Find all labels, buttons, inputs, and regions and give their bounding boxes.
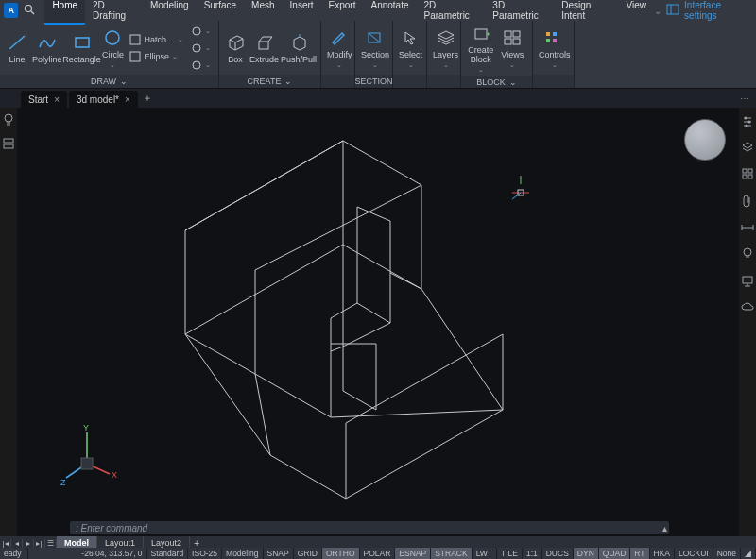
status-standard[interactable]: Standard xyxy=(147,548,189,559)
svg-rect-40 xyxy=(743,175,747,178)
panel-title-draw: DRAW xyxy=(91,76,116,86)
polyline-tool[interactable]: Polyline xyxy=(32,32,62,64)
svg-rect-39 xyxy=(748,169,752,173)
hatch-tool[interactable]: Hatch…⌄ xyxy=(128,32,185,47)
status-grid[interactable]: GRID xyxy=(294,548,322,559)
extrude-tool[interactable]: Extrude xyxy=(249,32,279,64)
close-tab-icon[interactable]: × xyxy=(54,94,60,105)
status-11[interactable]: 1:1 xyxy=(523,548,542,559)
status-ortho[interactable]: ORTHO xyxy=(322,548,360,559)
select-tool[interactable]: Select⌄ xyxy=(399,27,422,69)
panel-title-block: BLOCK xyxy=(476,77,506,87)
add-tab-button[interactable]: ＋ xyxy=(140,92,155,105)
settings-sliders-icon[interactable] xyxy=(742,115,753,128)
command-line-input[interactable]: : Enter command ▴ xyxy=(70,521,669,534)
panel-stack-icon[interactable] xyxy=(3,138,14,151)
dimension-icon[interactable] xyxy=(741,223,754,234)
point-tool[interactable]: ⌄ xyxy=(189,58,213,73)
status-iso25[interactable]: ISO-25 xyxy=(188,548,222,559)
status-lwt[interactable]: LWT xyxy=(472,548,497,559)
svg-rect-19 xyxy=(505,31,511,37)
layout-last-button[interactable]: ▸| xyxy=(34,539,45,548)
menu-view[interactable]: View xyxy=(619,0,655,25)
viewport[interactable]: X Y Z : Enter command ▴ xyxy=(17,108,739,538)
status-bar: eady -26.04, 313.57, 0 StandardISO-25Mod… xyxy=(0,548,756,559)
search-icon[interactable] xyxy=(24,4,35,17)
status-esnap[interactable]: ESNAP xyxy=(395,548,431,559)
tab-overflow-button[interactable]: ⋯ xyxy=(740,93,750,104)
svg-rect-12 xyxy=(259,42,268,49)
svg-rect-25 xyxy=(546,39,550,42)
views-tool[interactable]: Views⌄ xyxy=(499,27,527,69)
status-tile[interactable]: TILE xyxy=(497,548,523,559)
status-ducs[interactable]: DUCS xyxy=(542,548,574,559)
status-ready: eady xyxy=(0,548,28,559)
status-lockui[interactable]: LOCKUI xyxy=(675,548,713,559)
circle-tool[interactable]: Circle⌄ xyxy=(102,27,125,69)
create-block-tool[interactable]: CreateBlock⌄ xyxy=(467,23,495,74)
arc-tool[interactable]: ⌄ xyxy=(189,24,213,39)
chevron-down-icon[interactable]: ⌄ xyxy=(284,76,292,86)
svg-point-0 xyxy=(26,6,32,12)
status-strack[interactable]: STRACK xyxy=(431,548,472,559)
spline-tool[interactable]: ⌄ xyxy=(189,41,213,56)
svg-point-6 xyxy=(106,31,119,44)
svg-point-37 xyxy=(746,125,748,127)
grid-icon[interactable] xyxy=(742,168,753,181)
chevron-down-icon[interactable]: ⌄ xyxy=(654,6,662,16)
svg-line-1 xyxy=(31,11,34,14)
presentation-icon[interactable] xyxy=(742,276,753,289)
layers-panel-icon[interactable] xyxy=(742,142,753,155)
layers-tool[interactable]: Layers⌄ xyxy=(433,27,458,69)
status-hka[interactable]: HKA xyxy=(650,548,675,559)
rectangle-tool[interactable]: Rectangle xyxy=(66,32,98,64)
layout-prev-button[interactable]: ◂ xyxy=(11,539,23,548)
line-tool[interactable]: Line xyxy=(6,32,28,64)
modify-tool[interactable]: Modify⌄ xyxy=(327,27,352,69)
svg-rect-2 xyxy=(667,5,679,14)
right-rail xyxy=(739,108,756,313)
menu-bar: A Home2D DraftingModelingSurfaceMeshInse… xyxy=(0,0,756,21)
cloud-icon[interactable] xyxy=(741,302,754,313)
lightbulb-icon[interactable] xyxy=(3,113,14,128)
layout-list-icon[interactable]: ☰ xyxy=(45,539,57,548)
svg-rect-30 xyxy=(4,139,13,143)
left-rail xyxy=(0,108,17,151)
chevron-down-icon[interactable]: ⌄ xyxy=(509,77,517,87)
file-tab-3d-model[interactable]: 3d model*× xyxy=(69,91,138,108)
close-tab-icon[interactable]: × xyxy=(125,94,130,105)
status-none[interactable]: None xyxy=(713,548,741,559)
status-grip-icon[interactable]: ◢ xyxy=(741,548,756,559)
svg-point-9 xyxy=(193,27,200,35)
lightbulb-icon[interactable] xyxy=(743,247,752,263)
panel-title-create: CREATE xyxy=(248,76,282,86)
pushpull-tool[interactable]: Push/Pull xyxy=(283,32,315,64)
file-tab-start[interactable]: Start× xyxy=(21,91,67,108)
status-coordinates: -26.04, 313.57, 0 xyxy=(77,548,146,559)
status-dyn[interactable]: DYN xyxy=(574,548,599,559)
ellipse-tool[interactable]: Ellipse⌄ xyxy=(128,49,185,64)
box-tool[interactable]: Box xyxy=(225,32,246,64)
app-logo[interactable]: A xyxy=(4,3,18,18)
status-rt[interactable]: RT xyxy=(630,548,649,559)
svg-point-35 xyxy=(748,121,751,124)
attachment-icon[interactable] xyxy=(743,195,752,210)
layout-first-button[interactable]: |◂ xyxy=(0,539,11,548)
svg-point-10 xyxy=(193,44,200,52)
svg-rect-41 xyxy=(748,175,752,178)
layout-next-button[interactable]: ▸ xyxy=(23,539,34,548)
command-expand-icon[interactable]: ▴ xyxy=(662,523,667,534)
interface-settings-link[interactable]: Interface settings xyxy=(684,0,752,21)
section-tool[interactable]: Section⌄ xyxy=(361,27,389,69)
status-modeling[interactable]: Modeling xyxy=(222,548,264,559)
status-quad[interactable]: QUAD xyxy=(599,548,631,559)
panels-icon[interactable] xyxy=(667,5,679,16)
panel-title-section: SECTION xyxy=(355,76,393,86)
status-polar[interactable]: POLAR xyxy=(360,548,396,559)
svg-rect-21 xyxy=(505,39,511,44)
add-layout-button[interactable]: + xyxy=(190,538,203,549)
controls-tool[interactable]: Controls⌄ xyxy=(539,27,571,69)
chevron-down-icon[interactable]: ⌄ xyxy=(120,76,128,86)
drawing-canvas[interactable] xyxy=(17,108,739,538)
status-snap[interactable]: SNAP xyxy=(264,548,294,559)
